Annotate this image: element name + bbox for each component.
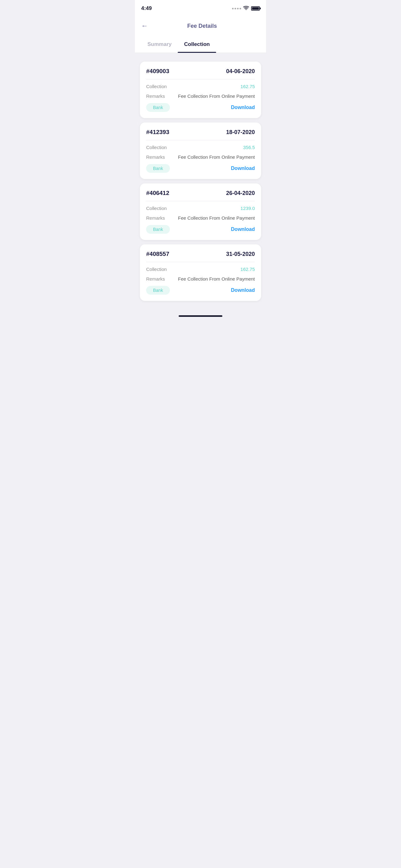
- status-icons: [232, 6, 260, 11]
- card-4-remarks-row: Remarks Fee Collection From Online Payme…: [146, 276, 255, 281]
- card-3-collection-row: Collection 1239.0: [146, 206, 255, 211]
- status-time: 4:49: [141, 5, 152, 11]
- card-3-header: #406412 26-04-2020: [146, 190, 255, 201]
- card-1-header: #409003 04-06-2020: [146, 68, 255, 80]
- signal-dots-icon: [232, 8, 241, 9]
- back-button[interactable]: ←: [141, 21, 151, 31]
- fee-card-4: #408557 31-05-2020 Collection 162.75 Rem…: [140, 244, 261, 301]
- battery-icon: [251, 6, 260, 11]
- card-3-remarks-value: Fee Collection From Online Payment: [178, 215, 255, 221]
- card-3-footer: Bank Download: [146, 225, 255, 234]
- card-1-remarks-value: Fee Collection From Online Payment: [178, 93, 255, 99]
- collection-label-4: Collection: [146, 267, 167, 272]
- card-2-bank-badge: Bank: [146, 164, 170, 173]
- card-4-header: #408557 31-05-2020: [146, 251, 255, 262]
- card-3-bank-badge: Bank: [146, 225, 170, 234]
- fee-card-3: #406412 26-04-2020 Collection 1239.0 Rem…: [140, 183, 261, 240]
- fee-card-1: #409003 04-06-2020 Collection 162.75 Rem…: [140, 62, 261, 118]
- card-1-footer: Bank Download: [146, 103, 255, 112]
- card-2-collection-value: 356.5: [243, 145, 255, 150]
- card-2-collection-row: Collection 356.5: [146, 145, 255, 150]
- card-1-bank-badge: Bank: [146, 103, 170, 112]
- header: ← Fee Details: [135, 16, 266, 37]
- home-bar: [179, 315, 222, 317]
- card-4-id: #408557: [146, 251, 169, 257]
- card-4-collection-value: 162.75: [240, 267, 255, 272]
- card-4-collection-row: Collection 162.75: [146, 267, 255, 272]
- card-3-date: 26-04-2020: [226, 190, 255, 196]
- card-1-id: #409003: [146, 68, 169, 75]
- card-4-bank-badge: Bank: [146, 286, 170, 294]
- card-3-download-button[interactable]: Download: [231, 226, 255, 232]
- page-title: Fee Details: [154, 23, 250, 29]
- tab-summary[interactable]: Summary: [141, 37, 178, 53]
- collection-label-2: Collection: [146, 145, 167, 150]
- card-3-remarks-row: Remarks Fee Collection From Online Payme…: [146, 215, 255, 221]
- card-1-download-button[interactable]: Download: [231, 105, 255, 110]
- card-1-date: 04-06-2020: [226, 68, 255, 75]
- card-1-collection-value: 162.75: [240, 84, 255, 89]
- svg-point-0: [246, 9, 246, 10]
- remarks-label-4: Remarks: [146, 276, 165, 281]
- tabs-container: Summary Collection: [135, 37, 266, 53]
- card-2-remarks-row: Remarks Fee Collection From Online Payme…: [146, 154, 255, 160]
- fee-card-2: #412393 18-07-2020 Collection 356.5 Rema…: [140, 122, 261, 179]
- collection-label-3: Collection: [146, 206, 167, 211]
- card-3-collection-value: 1239.0: [240, 206, 255, 211]
- card-1-collection-row: Collection 162.75: [146, 84, 255, 89]
- remarks-label-1: Remarks: [146, 93, 165, 99]
- collection-label-1: Collection: [146, 84, 167, 89]
- home-indicator: [135, 310, 266, 320]
- card-2-date: 18-07-2020: [226, 129, 255, 135]
- tab-collection[interactable]: Collection: [178, 37, 216, 53]
- card-1-remarks-row: Remarks Fee Collection From Online Payme…: [146, 93, 255, 99]
- remarks-label-3: Remarks: [146, 215, 165, 221]
- card-2-remarks-value: Fee Collection From Online Payment: [178, 154, 255, 160]
- remarks-label-2: Remarks: [146, 154, 165, 160]
- card-3-id: #406412: [146, 190, 169, 196]
- card-4-date: 31-05-2020: [226, 251, 255, 257]
- card-2-footer: Bank Download: [146, 164, 255, 173]
- card-2-download-button[interactable]: Download: [231, 165, 255, 171]
- wifi-icon: [243, 6, 249, 11]
- card-2-id: #412393: [146, 129, 169, 135]
- card-4-remarks-value: Fee Collection From Online Payment: [178, 276, 255, 281]
- status-bar: 4:49: [135, 0, 266, 16]
- card-4-download-button[interactable]: Download: [231, 287, 255, 293]
- content-area: #409003 04-06-2020 Collection 162.75 Rem…: [135, 58, 266, 310]
- card-4-footer: Bank Download: [146, 286, 255, 294]
- card-2-header: #412393 18-07-2020: [146, 129, 255, 140]
